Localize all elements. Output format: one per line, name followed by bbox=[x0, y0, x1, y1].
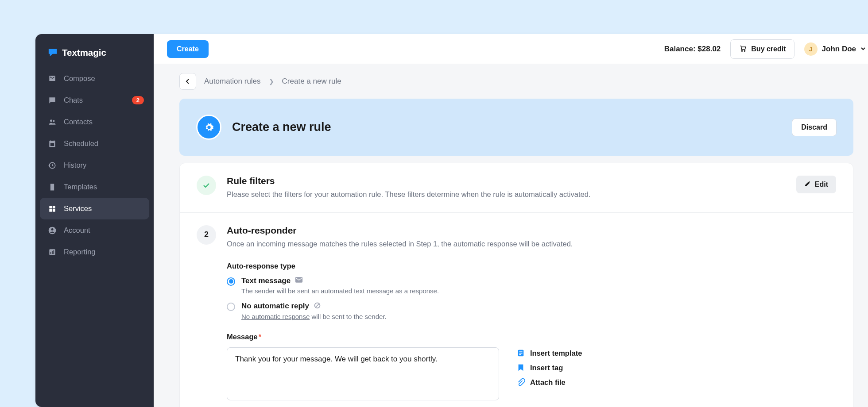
nav-label: Reporting bbox=[64, 248, 96, 256]
svg-point-16 bbox=[744, 50, 745, 51]
message-input[interactable] bbox=[227, 347, 499, 400]
message-actions: Insert template Insert tag Attach file bbox=[517, 347, 582, 387]
nav-label: Chats bbox=[64, 96, 83, 104]
svg-point-15 bbox=[742, 50, 743, 51]
services-icon bbox=[48, 204, 57, 213]
nav-contacts[interactable]: Contacts bbox=[35, 111, 154, 133]
radio-sub: No automatic response will be sent to th… bbox=[241, 313, 387, 320]
action-label: Attach file bbox=[530, 378, 566, 387]
step-1-body: Rule filters Please select the filters f… bbox=[227, 176, 836, 200]
create-button[interactable]: Create bbox=[167, 40, 209, 58]
action-label: Insert template bbox=[530, 349, 582, 357]
svg-rect-13 bbox=[52, 251, 53, 254]
svg-rect-8 bbox=[53, 209, 55, 211]
nav-account[interactable]: Account bbox=[35, 219, 154, 241]
block-icon bbox=[314, 302, 321, 311]
edit-button[interactable]: Edit bbox=[796, 176, 836, 193]
breadcrumb-parent[interactable]: Automation rules bbox=[204, 77, 261, 86]
nav-history[interactable]: History bbox=[35, 154, 154, 176]
radio-no-reply[interactable]: No automatic reply No automatic response… bbox=[227, 302, 836, 320]
nav-scheduled[interactable]: Scheduled bbox=[35, 133, 154, 154]
back-button[interactable] bbox=[179, 73, 196, 90]
nav-compose[interactable]: Compose bbox=[35, 68, 154, 89]
radio-label: Text message bbox=[241, 276, 291, 285]
calendar-icon bbox=[48, 139, 57, 148]
user-name: John Doe bbox=[822, 45, 856, 54]
svg-rect-22 bbox=[519, 354, 521, 355]
message-label: Message* bbox=[227, 333, 836, 341]
topbar-right: Balance: $28.02 Buy credit J John Doe bbox=[664, 39, 866, 59]
step-1-title: Rule filters bbox=[227, 176, 796, 186]
type-label: Auto-response type bbox=[227, 262, 836, 270]
compose-icon bbox=[48, 74, 57, 83]
tag-icon bbox=[517, 364, 525, 372]
breadcrumb-current: Create a new rule bbox=[282, 77, 341, 86]
step-2-desc: Once an incoming message matches the rul… bbox=[227, 238, 836, 250]
mail-icon bbox=[295, 276, 303, 285]
radio-input[interactable] bbox=[227, 303, 235, 311]
rule-card: Rule filters Please select the filters f… bbox=[179, 163, 853, 407]
avatar: J bbox=[804, 42, 818, 56]
svg-rect-12 bbox=[50, 252, 51, 254]
check-icon bbox=[197, 176, 216, 195]
step-number: 2 bbox=[197, 225, 216, 245]
radio-input[interactable] bbox=[227, 277, 235, 286]
breadcrumb: Automation rules ❯ Create a new rule bbox=[154, 64, 868, 99]
radio-text-message[interactable]: Text message The sender will be sent an … bbox=[227, 276, 836, 295]
svg-rect-14 bbox=[54, 250, 54, 253]
template-icon bbox=[517, 349, 525, 357]
nav-label: Scheduled bbox=[64, 139, 98, 148]
user-menu[interactable]: J John Doe bbox=[804, 42, 866, 56]
discard-button[interactable]: Discard bbox=[792, 119, 837, 136]
step-2-body: Auto-responder Once an incoming message … bbox=[227, 225, 836, 400]
nav-label: Compose bbox=[64, 74, 95, 83]
buy-credit-label: Buy credit bbox=[751, 45, 786, 53]
svg-rect-20 bbox=[519, 351, 522, 352]
svg-rect-7 bbox=[49, 209, 52, 211]
nav-label: Contacts bbox=[64, 118, 93, 126]
nav-templates[interactable]: Templates bbox=[35, 176, 154, 198]
buy-credit-button[interactable]: Buy credit bbox=[730, 39, 794, 59]
nav-services[interactable]: Services bbox=[40, 198, 149, 219]
insert-tag-button[interactable]: Insert tag bbox=[517, 364, 582, 372]
chats-badge: 2 bbox=[132, 96, 144, 104]
insert-template-button[interactable]: Insert template bbox=[517, 349, 582, 357]
step-2-title: Auto-responder bbox=[227, 225, 836, 236]
page-header: Create a new rule Discard bbox=[179, 99, 853, 156]
app-shell: Textmagic Compose Chats 2 Contacts Sched… bbox=[35, 34, 868, 407]
logo-icon bbox=[48, 48, 58, 57]
nav-reporting[interactable]: Reporting bbox=[35, 241, 154, 263]
balance-text: Balance: $28.02 bbox=[664, 45, 721, 54]
history-icon bbox=[48, 161, 57, 170]
nav-chats[interactable]: Chats 2 bbox=[35, 89, 154, 111]
nav-label: Templates bbox=[64, 183, 97, 191]
step-2-section: 2 Auto-responder Once an incoming messag… bbox=[180, 213, 853, 407]
cart-icon bbox=[739, 44, 747, 54]
svg-rect-21 bbox=[519, 353, 522, 354]
message-block: Message* Insert template bbox=[227, 333, 836, 400]
step-1-desc: Please select the filters for your autom… bbox=[227, 189, 796, 200]
account-icon bbox=[48, 226, 57, 235]
chevron-right-icon: ❯ bbox=[269, 78, 274, 85]
page-title: Create a new rule bbox=[232, 120, 331, 134]
content: Create a new rule Discard Rule filters P… bbox=[154, 99, 868, 407]
templates-icon bbox=[48, 183, 57, 192]
chevron-down-icon bbox=[860, 45, 866, 54]
svg-rect-6 bbox=[53, 206, 55, 208]
svg-point-10 bbox=[51, 228, 54, 230]
svg-point-1 bbox=[53, 120, 54, 122]
topbar: Create Balance: $28.02 Buy credit J John… bbox=[154, 34, 868, 64]
svg-rect-3 bbox=[50, 143, 54, 146]
auto-response-type-block: Auto-response type Text message The send… bbox=[227, 262, 836, 320]
logo-text: Textmagic bbox=[62, 47, 106, 58]
attach-icon bbox=[517, 378, 525, 386]
reporting-icon bbox=[48, 248, 57, 257]
radio-label: No automatic reply bbox=[241, 302, 309, 311]
attach-file-button[interactable]: Attach file bbox=[517, 378, 582, 387]
step-1-section: Rule filters Please select the filters f… bbox=[180, 163, 853, 213]
main: Create Balance: $28.02 Buy credit J John… bbox=[154, 34, 868, 407]
svg-rect-17 bbox=[295, 277, 302, 283]
chat-icon bbox=[48, 96, 57, 105]
logo: Textmagic bbox=[35, 43, 154, 68]
radio-sub: The sender will be sent an automated tex… bbox=[241, 287, 439, 295]
